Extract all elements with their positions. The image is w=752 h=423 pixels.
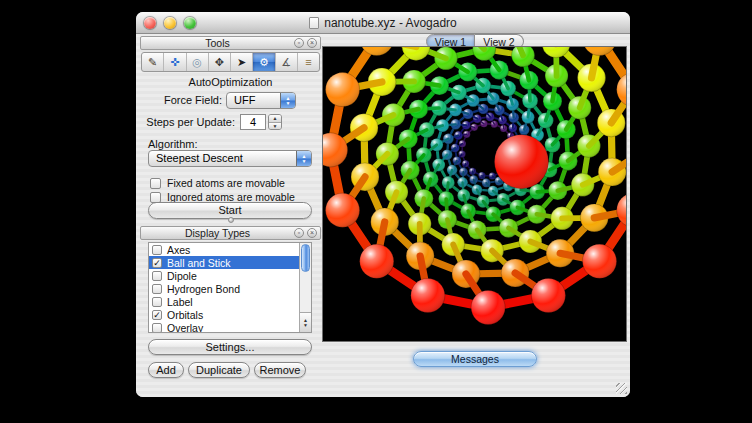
checkbox-unchecked-icon[interactable] xyxy=(152,297,162,307)
tools-panel-close-button[interactable]: × xyxy=(307,38,317,48)
manipulate-icon: ✥ xyxy=(215,57,224,68)
desktop-background: nanotube.xyz - Avogadro Tools ▫ × ✎✜◎✥➤⚙… xyxy=(0,0,752,423)
display-type-row-hydrogen-bond[interactable]: Hydrogen Bond xyxy=(149,282,299,295)
draw-tool-button[interactable]: ✎ xyxy=(142,53,164,71)
window-title: nanotube.xyz - Avogadro xyxy=(136,12,630,34)
display-type-label: Orbitals xyxy=(167,309,203,321)
display-type-row-label[interactable]: Label xyxy=(149,295,299,308)
bond-centric-icon: ◎ xyxy=(192,57,202,68)
align-icon: ≡ xyxy=(305,57,311,68)
ignored-atoms-checkbox-row[interactable]: Ignored atoms are movable xyxy=(150,187,295,200)
measure-icon: ∡ xyxy=(281,57,291,68)
remove-button[interactable]: Remove xyxy=(254,362,306,378)
avogadro-window: nanotube.xyz - Avogadro Tools ▫ × ✎✜◎✥➤⚙… xyxy=(136,12,630,397)
checkbox-unchecked-icon[interactable] xyxy=(152,271,162,281)
display-types-list: Axes✓Ball and StickDipoleHydrogen BondLa… xyxy=(148,242,312,333)
window-title-text: nanotube.xyz - Avogadro xyxy=(324,16,457,30)
manipulate-tool-button[interactable]: ✥ xyxy=(209,53,231,71)
display-types-list-rows: Axes✓Ball and StickDipoleHydrogen BondLa… xyxy=(149,243,299,332)
display-type-row-dipole[interactable]: Dipole xyxy=(149,269,299,282)
display-types-panel-header[interactable]: Display Types ▫ × xyxy=(140,226,321,240)
messages-button[interactable]: Messages xyxy=(413,351,537,367)
navigate-icon: ✜ xyxy=(170,57,179,68)
scrollbar-arrows: ▲ ▼ xyxy=(300,312,311,332)
display-type-label: Dipole xyxy=(167,270,197,282)
display-type-label: Label xyxy=(167,296,193,308)
steps-stepper: ▲ ▼ xyxy=(268,114,282,130)
dropdown-arrows-icon: ▲ ▼ xyxy=(296,151,311,166)
display-type-row-orbitals[interactable]: ✓Orbitals xyxy=(149,308,299,321)
display-type-row-overlay[interactable]: Overlay xyxy=(149,321,299,333)
steps-per-update-label: Steps per Update: xyxy=(140,114,235,131)
checkbox-unchecked-icon[interactable] xyxy=(152,245,162,255)
scrollbar[interactable]: ▲ ▼ xyxy=(299,243,311,332)
document-icon xyxy=(309,17,319,29)
stepper-down-button[interactable]: ▼ xyxy=(269,123,281,130)
force-field-label: Force Field: xyxy=(140,92,222,109)
draw-icon: ✎ xyxy=(148,57,157,68)
stepper-up-button[interactable]: ▲ xyxy=(269,115,281,123)
display-type-label: Axes xyxy=(167,244,190,256)
dock-splitter-handle[interactable] xyxy=(140,217,321,223)
duplicate-button[interactable]: Duplicate xyxy=(188,362,250,378)
display-types-panel-title: Display Types xyxy=(141,227,294,239)
resize-grip[interactable] xyxy=(616,383,627,394)
display-type-row-ball-and-stick[interactable]: ✓Ball and Stick xyxy=(149,256,299,269)
window-titlebar[interactable]: nanotube.xyz - Avogadro xyxy=(136,12,630,34)
down-arrow-icon: ▼ xyxy=(302,159,307,164)
measure-tool-button[interactable]: ∡ xyxy=(276,53,298,71)
checkbox-checked-icon[interactable]: ✓ xyxy=(152,310,162,320)
force-field-dropdown[interactable]: UFF ▲ ▼ xyxy=(226,92,296,109)
window-content: Tools ▫ × ✎✜◎✥➤⚙∡≡ AutoOptimization Forc… xyxy=(136,34,630,397)
tools-panel-header[interactable]: Tools ▫ × xyxy=(140,36,321,50)
down-arrow-icon: ▼ xyxy=(286,101,291,106)
algorithm-dropdown[interactable]: Steepest Descent ▲ ▼ xyxy=(148,150,312,167)
scrollbar-thumb[interactable] xyxy=(301,244,310,272)
display-type-label: Hydrogen Bond xyxy=(167,283,240,295)
steps-per-update-field[interactable]: 4 xyxy=(240,114,266,130)
tools-panel-title: Tools xyxy=(141,37,294,49)
display-type-label: Ball and Stick xyxy=(167,257,231,269)
selection-icon: ➤ xyxy=(237,57,246,68)
selection-tool-button[interactable]: ➤ xyxy=(231,53,253,71)
display-type-label: Overlay xyxy=(167,322,203,334)
algorithm-value: Steepest Descent xyxy=(156,152,243,164)
scroll-down-button[interactable]: ▼ xyxy=(303,323,308,328)
settings-button[interactable]: Settings... xyxy=(148,339,312,355)
gl-viewport[interactable] xyxy=(322,46,627,342)
align-tool-button[interactable]: ≡ xyxy=(298,53,319,71)
dropdown-arrows-icon: ▲ ▼ xyxy=(280,93,295,108)
checkbox-unchecked-icon[interactable] xyxy=(152,323,162,333)
left-dock: Tools ▫ × ✎✜◎✥➤⚙∡≡ AutoOptimization Forc… xyxy=(140,36,321,394)
display-type-row-axes[interactable]: Axes xyxy=(149,243,299,256)
autooptimization-title: AutoOptimization xyxy=(140,76,321,88)
tools-panel-float-button[interactable]: ▫ xyxy=(294,38,304,48)
checkbox-checked-icon[interactable]: ✓ xyxy=(152,258,162,268)
navigate-tool-button[interactable]: ✜ xyxy=(164,53,186,71)
checkbox-unchecked-icon[interactable] xyxy=(152,284,162,294)
force-field-value: UFF xyxy=(234,94,255,106)
nanotube-molecule-render[interactable] xyxy=(323,47,626,341)
auto-optimize-icon: ⚙ xyxy=(259,57,269,68)
add-button[interactable]: Add xyxy=(148,362,184,378)
display-panel-close-button[interactable]: × xyxy=(307,228,317,238)
tool-strip: ✎✜◎✥➤⚙∡≡ xyxy=(141,52,320,72)
auto-optimize-tool-button[interactable]: ⚙ xyxy=(253,53,275,71)
fixed-atoms-checkbox-row[interactable]: Fixed atoms are movable xyxy=(150,173,285,186)
bond-centric-tool-button[interactable]: ◎ xyxy=(187,53,209,71)
display-panel-float-button[interactable]: ▫ xyxy=(294,228,304,238)
